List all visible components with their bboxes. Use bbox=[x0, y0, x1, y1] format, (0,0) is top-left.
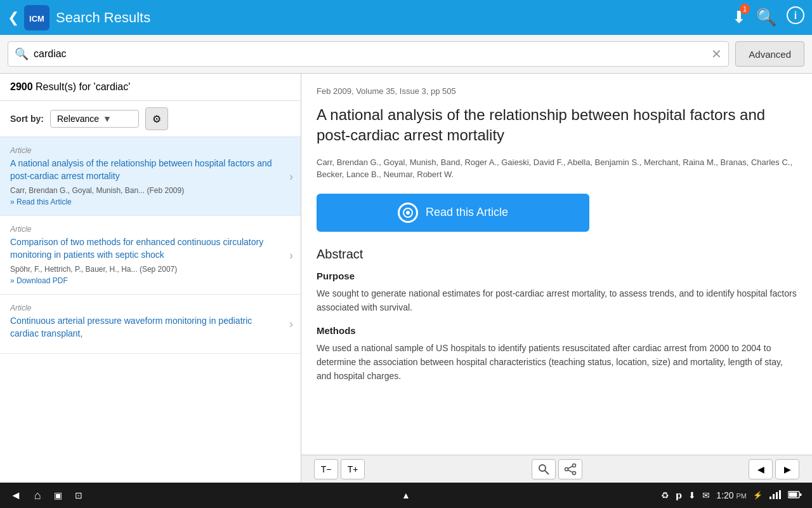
article-detail-panel: Feb 2009, Volume 35, Issue 3, pp 505 A n… bbox=[301, 74, 812, 483]
info-button[interactable]: i bbox=[787, 6, 804, 29]
app-header: ❮ ICM Search Results ⬇ 1 🔍 i bbox=[0, 0, 812, 35]
article-type-label: Article bbox=[10, 225, 291, 234]
bookmark-icon: 𝗽 bbox=[676, 490, 682, 500]
chevron-right-icon: › bbox=[289, 170, 293, 183]
chevron-right-icon: › bbox=[289, 317, 293, 330]
download-badge: 1 bbox=[740, 4, 750, 14]
article-title: Continuous arterial pressure waveform mo… bbox=[10, 315, 291, 340]
sort-dropdown[interactable]: Relevance ▼ bbox=[50, 110, 139, 128]
reading-toolbar: T− T+ ◀ ▶ bbox=[301, 455, 812, 483]
article-item[interactable]: Article A national analysis of the relat… bbox=[0, 137, 301, 216]
svg-line-11 bbox=[568, 466, 573, 469]
download-button[interactable]: ⬇ 1 bbox=[732, 8, 746, 27]
search-in-article-button[interactable] bbox=[532, 459, 556, 479]
status-bar: ♻ 𝗽 ⬇ ✉ 1:20 PM ⚡ bbox=[661, 490, 802, 501]
article-authors: Carr, Brendan G., Goyal, Munish, Ban... … bbox=[10, 186, 291, 195]
article-full-title: A national analysis of the relationship … bbox=[317, 105, 797, 146]
results-count: 2900 bbox=[10, 81, 33, 92]
battery-icon bbox=[788, 491, 802, 500]
svg-point-5 bbox=[406, 211, 410, 215]
article-item[interactable]: Article Comparison of two methods for en… bbox=[0, 216, 301, 295]
recent-apps-button[interactable]: ▣ bbox=[54, 490, 62, 500]
svg-text:i: i bbox=[794, 10, 797, 21]
search-input[interactable] bbox=[34, 48, 711, 60]
article-full-authors: Carr, Brendan G., Goyal, Munish, Band, R… bbox=[317, 156, 797, 181]
back-button[interactable]: ❮ bbox=[8, 10, 19, 26]
article-item[interactable]: Article Continuous arterial pressure wav… bbox=[0, 295, 301, 353]
app-logo: ICM bbox=[24, 5, 49, 30]
abstract-section-purpose: Purpose bbox=[317, 271, 797, 281]
next-article-button[interactable]: ▶ bbox=[775, 459, 799, 479]
read-article-button[interactable]: Read this Article bbox=[317, 194, 589, 232]
article-type-label: Article bbox=[10, 146, 291, 155]
svg-rect-19 bbox=[789, 492, 797, 497]
back-nav-button[interactable]: ◄ bbox=[10, 489, 22, 502]
prev-article-button[interactable]: ◀ bbox=[749, 459, 773, 479]
svg-line-7 bbox=[545, 471, 549, 474]
search-button[interactable]: 🔍 bbox=[756, 8, 776, 27]
sort-label: Sort by: bbox=[10, 114, 44, 124]
read-icon bbox=[398, 203, 418, 223]
nav-left-group: ◄ ⌂ ▣ ⊡ bbox=[10, 489, 82, 502]
svg-rect-13 bbox=[769, 497, 771, 499]
abstract-heading: Abstract bbox=[317, 247, 797, 262]
svg-rect-18 bbox=[800, 493, 802, 496]
svg-rect-14 bbox=[773, 494, 775, 499]
svg-point-9 bbox=[572, 464, 575, 467]
settings-button[interactable]: ⚙ bbox=[145, 107, 168, 130]
nav-group: ◀ ▶ bbox=[749, 459, 799, 479]
header-icons: ⬇ 1 🔍 i bbox=[732, 6, 804, 29]
android-nav-bar: ◄ ⌂ ▣ ⊡ ▲ ♻ 𝗽 ⬇ ✉ 1:20 PM ⚡ bbox=[0, 483, 812, 508]
svg-line-12 bbox=[568, 470, 573, 472]
abstract-methods-text: We used a national sample of US hospital… bbox=[317, 341, 797, 384]
chevron-right-icon: › bbox=[289, 248, 293, 262]
chevron-down-icon: ▼ bbox=[103, 114, 132, 124]
read-button-label: Read this Article bbox=[426, 206, 508, 219]
page-title: Search Results bbox=[56, 10, 732, 26]
home-nav-button[interactable]: ⌂ bbox=[34, 489, 41, 502]
gear-icon: ⚙ bbox=[152, 113, 161, 125]
sort-bar: Sort by: Relevance ▼ ⚙ bbox=[0, 101, 301, 137]
advanced-button[interactable]: Advanced bbox=[735, 41, 804, 67]
article-title: Comparison of two methods for enhanced c… bbox=[10, 236, 291, 261]
search-input-wrap: 🔍 ✕ bbox=[8, 41, 729, 67]
search-input-icon: 🔍 bbox=[15, 47, 29, 61]
signal-bars bbox=[769, 490, 782, 501]
search-icon: 🔍 bbox=[756, 8, 776, 27]
article-meta: Feb 2009, Volume 35, Issue 3, pp 505 bbox=[317, 86, 797, 96]
results-panel: 2900 Result(s) for 'cardiac' Sort by: Re… bbox=[0, 74, 301, 483]
abstract-purpose-text: We sought to generate national estimates… bbox=[317, 286, 797, 315]
svg-rect-16 bbox=[779, 490, 781, 499]
svg-point-6 bbox=[539, 465, 546, 471]
expand-button[interactable]: ⊡ bbox=[75, 490, 82, 500]
download-pdf-link[interactable]: » Download PDF bbox=[10, 276, 291, 285]
share-button[interactable] bbox=[558, 459, 582, 479]
clear-search-button[interactable]: ✕ bbox=[711, 46, 722, 62]
increase-font-button[interactable]: T+ bbox=[341, 459, 365, 479]
decrease-font-button[interactable]: T− bbox=[314, 459, 338, 479]
article-title: A national analysis of the relationship … bbox=[10, 157, 291, 182]
sort-value: Relevance bbox=[57, 114, 99, 124]
search-bar: 🔍 ✕ Advanced bbox=[0, 35, 812, 74]
main-content: 2900 Result(s) for 'cardiac' Sort by: Re… bbox=[0, 74, 812, 483]
results-label: Result(s) for 'cardiac' bbox=[36, 81, 130, 92]
svg-rect-15 bbox=[776, 492, 778, 499]
download-status-icon: ⬇ bbox=[688, 490, 696, 500]
read-article-link[interactable]: » Read this Article bbox=[10, 197, 291, 206]
svg-point-8 bbox=[565, 467, 568, 471]
bluetooth-icon: ⚡ bbox=[753, 491, 763, 500]
clock-display: 1:20 PM bbox=[716, 490, 747, 500]
search-share-group bbox=[532, 459, 582, 479]
article-type-label: Article bbox=[10, 304, 291, 312]
svg-text:ICM: ICM bbox=[29, 14, 44, 23]
up-arrow-button[interactable]: ▲ bbox=[402, 490, 410, 501]
results-count-header: 2900 Result(s) for 'cardiac' bbox=[0, 74, 301, 101]
abstract-section-methods: Methods bbox=[317, 325, 797, 336]
font-size-group: T− T+ bbox=[314, 459, 365, 479]
article-authors: Spöhr, F., Hettrich, P., Bauer, H., Ha..… bbox=[10, 265, 291, 274]
recycle-icon: ♻ bbox=[661, 490, 669, 500]
email-icon: ✉ bbox=[702, 490, 710, 500]
svg-point-10 bbox=[572, 471, 575, 474]
